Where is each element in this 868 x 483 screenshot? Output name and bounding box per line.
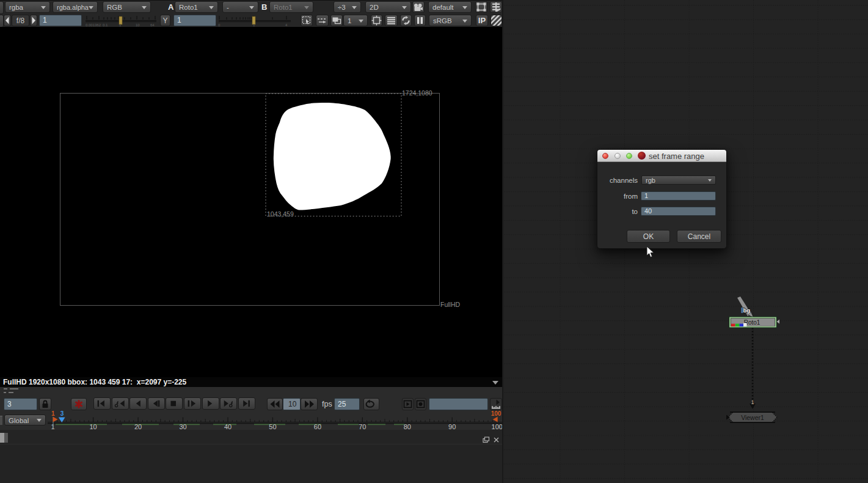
svg-text:Viewer1: Viewer1 — [741, 414, 764, 421]
svg-text:100: 100 — [492, 423, 502, 430]
svg-text:3: 3 — [60, 411, 64, 417]
svg-text:bg: bg — [743, 307, 751, 314]
svg-text:80: 80 — [404, 423, 411, 430]
svg-text:1: 1 — [51, 411, 55, 417]
svg-text:70: 70 — [359, 423, 366, 430]
svg-text:100: 100 — [491, 411, 501, 417]
svg-text:10: 10 — [89, 423, 97, 430]
svg-text:50: 50 — [269, 423, 276, 430]
svg-text:60: 60 — [314, 423, 321, 430]
svg-text:20: 20 — [134, 423, 142, 430]
svg-text:90: 90 — [448, 423, 456, 430]
svg-text:30: 30 — [179, 423, 186, 430]
svg-text:40: 40 — [224, 423, 232, 430]
svg-text:1: 1 — [751, 399, 754, 405]
